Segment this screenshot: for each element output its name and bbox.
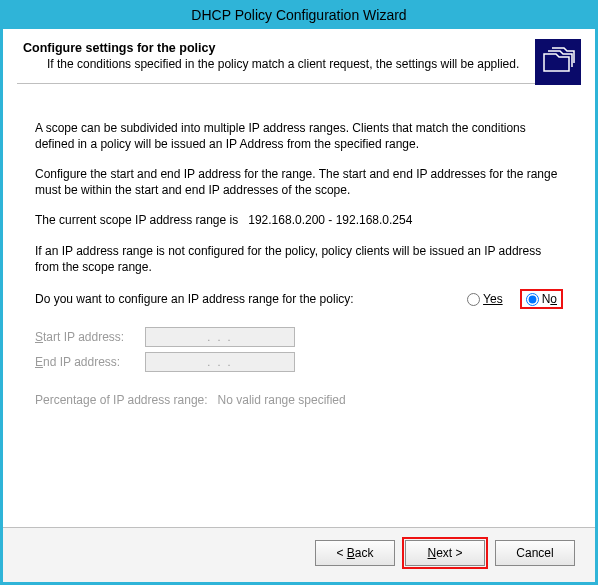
radio-no-label: No — [542, 291, 557, 307]
start-ip-label: Start IP address: — [35, 329, 145, 345]
radio-yes-label: Yes — [483, 291, 503, 307]
page-subtitle: If the conditions specified in the polic… — [47, 57, 521, 73]
start-ip-row: Start IP address: . . . — [35, 327, 563, 347]
configure-range-question: Do you want to configure an IP address r… — [35, 291, 450, 307]
next-button[interactable]: Next > — [405, 540, 485, 566]
intro-para-4: If an IP address range is not configured… — [35, 243, 563, 275]
wizard-footer: < Back Next > Cancel — [3, 527, 595, 582]
back-button[interactable]: < Back — [315, 540, 395, 566]
scope-range-prefix: The current scope IP address range is — [35, 213, 238, 227]
radio-yes[interactable]: Yes — [464, 290, 506, 308]
ip-range-fields: Start IP address: . . . End IP address: … — [35, 327, 563, 408]
radio-no-input[interactable] — [526, 293, 539, 306]
start-ip-input[interactable]: . . . — [145, 327, 295, 347]
radio-yes-input[interactable] — [467, 293, 480, 306]
wizard-body: A scope can be subdivided into multiple … — [17, 84, 581, 419]
cancel-button[interactable]: Cancel — [495, 540, 575, 566]
percentage-row: Percentage of IP address range: No valid… — [35, 392, 563, 408]
wizard-content: Configure settings for the policy If the… — [3, 29, 595, 527]
percentage-value: No valid range specified — [218, 393, 346, 407]
wizard-header: Configure settings for the policy If the… — [17, 39, 581, 84]
window-title: DHCP Policy Configuration Wizard — [3, 3, 595, 29]
percentage-label: Percentage of IP address range: — [35, 393, 208, 407]
page-title: Configure settings for the policy — [23, 41, 521, 55]
intro-para-2: Configure the start and end IP address f… — [35, 166, 563, 198]
scope-range-value: 192.168.0.200 - 192.168.0.254 — [248, 213, 412, 227]
end-ip-row: End IP address: . . . — [35, 352, 563, 372]
scope-range-para: The current scope IP address range is 19… — [35, 212, 563, 228]
intro-para-1: A scope can be subdivided into multiple … — [35, 120, 563, 152]
radio-no[interactable]: No — [520, 289, 563, 309]
end-ip-label: End IP address: — [35, 354, 145, 370]
end-ip-input[interactable]: . . . — [145, 352, 295, 372]
configure-range-question-row: Do you want to configure an IP address r… — [35, 289, 563, 309]
wizard-window: DHCP Policy Configuration Wizard Configu… — [0, 0, 598, 585]
folders-icon — [535, 39, 581, 85]
